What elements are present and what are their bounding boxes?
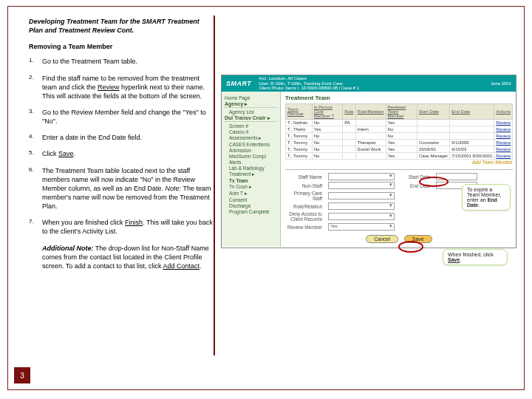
cell: T., Tommy [286,146,313,153]
nav-cases[interactable]: CASES Enteritems [229,142,277,147]
cell: Yes [386,146,417,153]
label-start-date: Start Date [399,174,432,180]
col-relation[interactable]: Role/Relation [355,104,386,120]
nav-tx-team[interactable]: Tx Team [229,178,277,183]
col-role[interactable]: Role [343,104,355,120]
step-text: Go to the Treatment Team table. [42,58,137,65]
step-3: Go to the Review Member field and change… [29,108,214,126]
cell [343,153,355,160]
nav-medsumn[interactable]: MedSumn Ccmpl [229,154,277,159]
cell [417,120,449,126]
step-text: When you are finished click [42,219,125,226]
step-4: Enter a date in the End Date field. [29,133,214,142]
field-role-relation[interactable] [328,202,395,210]
callout-text: . [478,202,480,208]
form-buttons: Cancel Save [285,235,513,243]
label-non-staff: Non-Staff [285,183,324,188]
sidebar-nav: Home Page Agency ▸ Agency List Dui Trans… [222,92,281,247]
cell: No [386,133,417,140]
cell: T., Nathan [286,120,313,126]
cell: T., Tommy [286,153,313,160]
cell [450,126,494,133]
step-text: Go to the Review Member field and change… [42,109,206,125]
cell: 23/06/91 [417,146,449,153]
instruction-column: Developing Treatment Team for the SMART … [29,17,214,270]
cell: No [312,153,342,160]
nav-tncoun[interactable]: Tn Coun ▸ [229,184,277,190]
nav-dui[interactable]: Dui Transv Cnslr ▸ [225,115,277,122]
cell: T., Thelm [286,126,313,133]
col-end[interactable]: End Date [450,104,494,120]
nav-discharge[interactable]: Discharge [229,203,277,208]
cell: Therapist [355,140,386,146]
nav-treatment[interactable]: Treatment ▸ [229,171,277,177]
nav-lab[interactable]: Lab & Radiology [229,166,277,171]
cell [355,120,386,126]
add-team-member-link[interactable]: Add Team Member [285,160,513,165]
nav-consent[interactable]: Consent [229,197,277,202]
cancel-button[interactable]: Cancel [366,235,398,243]
screenshot-panel: SMART Acc. Location, All Cases User: R G… [221,75,516,268]
cell [417,133,449,140]
cell: Counselor [417,140,449,146]
content-area: Treatment Team Team Member Is Person Cor… [281,92,516,248]
step-underline: Finish [125,219,143,226]
cell: Yes [386,153,417,160]
callout-underline: Save [448,257,460,262]
cell-action[interactable]: Review [494,133,513,140]
field-non-staff[interactable] [328,182,395,189]
label-primary-care: Primary Care Staff [285,191,324,201]
step-7: When you are finished click Finish. This… [29,218,214,236]
nav-adm[interactable]: Adm T ▸ [229,191,277,197]
nav-alerts[interactable]: Alerts [229,160,277,165]
nav-screen[interactable]: Screen # [229,123,277,129]
cell-action[interactable]: Review [494,140,513,146]
app-logo: SMART [226,80,251,87]
additional-note-underline: Add Contact [163,262,200,270]
step-1: Go to the Treatment Team table. [29,57,214,66]
col-core[interactable]: Is Person Core Member ? [312,104,342,120]
col-actions[interactable]: Actions [494,104,513,120]
cell: 6/15/03 [450,146,494,153]
app-header: SMART Acc. Location, All Cases User: R G… [222,75,516,92]
field-start-date[interactable] [436,173,477,180]
table-row: T., TommyNoYesCase Manager7/15/2001 8/30… [286,153,513,160]
step-note-label: Note: [166,185,182,192]
col-start[interactable]: Start Date [417,104,449,120]
cell-action[interactable]: Review [494,153,513,160]
cell-action[interactable]: Review [494,146,513,153]
step-text: Click [42,150,58,157]
field-staff-name[interactable] [328,173,395,180]
col-member[interactable]: Team Member [286,104,313,120]
cell: No [312,120,342,126]
step-text: . [74,150,76,157]
cell: Case Manager [417,153,449,160]
label-staff-name: Staff Name [285,174,324,180]
table-row: T., TommyNoSocial WorkYes23/06/916/15/03… [286,146,513,153]
col-reviewer[interactable]: Reviewer Team Member [386,104,417,120]
save-button[interactable]: Save [404,235,432,243]
nav-agency-list[interactable]: Agency List [229,109,277,115]
field-primary-care[interactable] [328,192,395,200]
nav-admission[interactable]: Admission [229,148,277,153]
nav-agency[interactable]: Agency ▸ [225,101,277,108]
cell: 5/1/2005 [450,140,494,146]
nav-assessments[interactable]: Assessments ▸ [229,135,277,141]
cell: No [312,140,342,146]
nav-casero[interactable]: Casero # [229,129,277,134]
cell [343,140,355,146]
cell: T., Tommy [286,133,313,140]
nav-progcomp[interactable]: Program Complete [229,209,277,214]
label-review-member: Review Member [285,225,324,230]
field-review-member[interactable]: Yes [328,223,395,231]
header-line: Acc. Location, All Cases [259,76,491,81]
cell: PA [343,120,355,126]
app-body: Home Page Agency ▸ Agency List Dui Trans… [222,92,516,248]
document-page: Developing Treatment Team for the SMART … [7,6,525,390]
cell-action[interactable]: Review [494,120,513,126]
nav-home[interactable]: Home Page [225,95,277,100]
cell [343,146,355,153]
cell: Yes [312,126,342,133]
field-deny-access[interactable] [328,213,395,220]
cell-action[interactable]: Review [494,126,513,133]
